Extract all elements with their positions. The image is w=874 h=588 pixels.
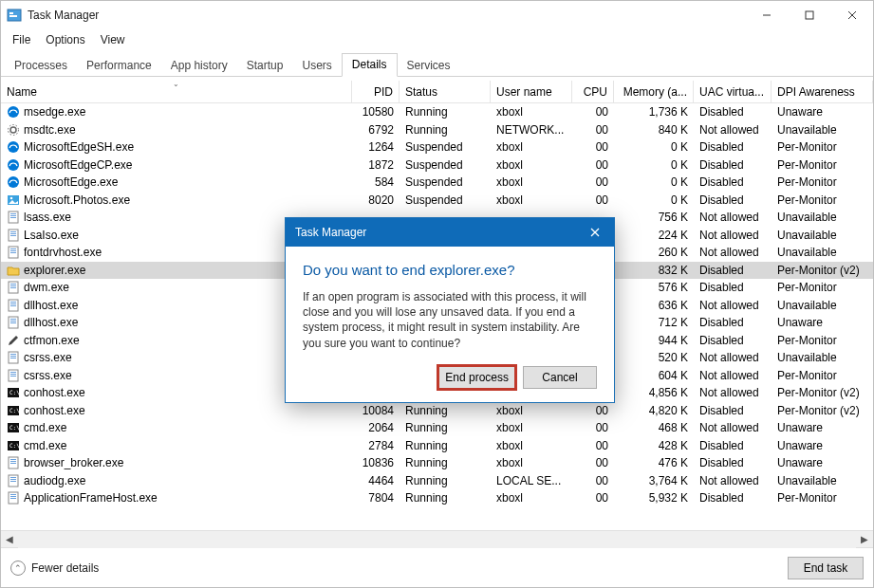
svg-rect-16: [10, 213, 16, 214]
end-task-button[interactable]: End task: [788, 557, 864, 579]
process-row[interactable]: C:\conhost.exe10084Runningxboxl004,820 K…: [1, 402, 873, 420]
svg-rect-22: [10, 235, 16, 236]
process-name: MicrosoftEdgeSH.exe: [24, 140, 134, 154]
col-mem[interactable]: Memory (a...: [614, 81, 694, 102]
col-pid[interactable]: PID: [352, 81, 400, 102]
svg-rect-33: [10, 303, 16, 304]
col-cpu[interactable]: CPU: [572, 81, 614, 102]
cell-mem: 636 K: [614, 299, 694, 312]
window-title: Task Manager: [28, 9, 99, 22]
svg-rect-2: [9, 15, 17, 17]
cell-user: xboxl: [491, 140, 572, 154]
close-button[interactable]: [830, 1, 873, 29]
cell-status: Suspended: [400, 158, 491, 172]
process-row[interactable]: ApplicationFrameHost.exe7804Runningxboxl…: [1, 489, 873, 507]
col-name[interactable]: Name⌄: [1, 81, 352, 102]
col-uac-label: UAC virtua...: [699, 85, 764, 99]
svg-rect-42: [10, 358, 16, 358]
svg-rect-17: [10, 215, 16, 216]
tab-app-history[interactable]: App history: [161, 55, 237, 77]
fewer-details-button[interactable]: ⌃ Fewer details: [10, 560, 99, 576]
cell-uac: Not allowed: [694, 369, 772, 382]
process-icon: [7, 474, 20, 487]
process-icon: [7, 246, 20, 259]
process-row[interactable]: MicrosoftEdgeSH.exe1264Suspendedxboxl000…: [1, 138, 873, 156]
cell-mem: 840 K: [614, 123, 694, 137]
process-row[interactable]: audiodg.exe4464RunningLOCAL SE...003,764…: [1, 472, 873, 490]
minimize-button[interactable]: [745, 1, 788, 29]
scroll-right-arrow-icon[interactable]: ▶: [856, 531, 873, 548]
cell-dpi: Per-Monitor: [772, 491, 873, 505]
process-row[interactable]: msdtc.exe6792RunningNETWORK...00840 KNot…: [1, 121, 873, 139]
col-uac[interactable]: UAC virtua...: [694, 81, 772, 102]
cell-uac: Not allowed: [694, 229, 772, 242]
col-dpi[interactable]: DPI Awareness: [772, 81, 873, 102]
process-row[interactable]: MicrosoftEdgeCP.exe1872Suspendedxboxl000…: [1, 156, 873, 175]
cell-pid: 2064: [352, 421, 400, 434]
cell-cpu: 00: [572, 123, 614, 137]
close-icon: [590, 228, 600, 237]
svg-rect-25: [10, 250, 16, 251]
horizontal-scrollbar[interactable]: ◀ ▶: [1, 530, 873, 547]
process-icon: [7, 264, 20, 277]
process-row[interactable]: MicrosoftEdge.exe584Suspendedxboxl000 KD…: [1, 174, 873, 192]
dialog-close-button[interactable]: [576, 218, 614, 247]
cell-mem: 3,764 K: [614, 474, 694, 487]
menu-file[interactable]: File: [5, 31, 38, 48]
svg-rect-4: [806, 11, 813, 19]
cell-status: Suspended: [400, 193, 491, 207]
svg-rect-38: [10, 322, 16, 323]
menubar: File Options View: [1, 29, 873, 50]
cell-dpi: Unavailable: [772, 299, 873, 312]
process-name: explorer.exe: [24, 264, 85, 277]
tab-services[interactable]: Services: [398, 55, 460, 77]
col-user[interactable]: User name: [491, 81, 572, 102]
titlebar[interactable]: Task Manager: [1, 1, 873, 29]
process-name: dllhost.exe: [24, 299, 78, 312]
tab-users[interactable]: Users: [292, 55, 341, 77]
process-icon: [7, 299, 20, 312]
maximize-button[interactable]: [788, 1, 830, 29]
cell-dpi: Unaware: [772, 439, 873, 452]
end-process-button[interactable]: End process: [438, 366, 515, 389]
menu-view[interactable]: View: [93, 31, 133, 48]
process-name: lsass.exe: [24, 211, 71, 224]
process-row[interactable]: msedge.exe10580Runningxboxl001,736 KDisa…: [1, 103, 873, 121]
scroll-left-arrow-icon[interactable]: ◀: [1, 531, 18, 548]
process-icon: [7, 281, 20, 294]
process-name: ctfmon.exe: [24, 334, 80, 347]
cell-cpu: 00: [572, 404, 614, 417]
cell-mem: 712 K: [614, 316, 694, 329]
svg-rect-56: [10, 459, 16, 460]
cell-status: Running: [400, 474, 491, 487]
cell-cpu: 00: [572, 140, 614, 154]
tab-performance[interactable]: Performance: [77, 55, 161, 77]
cell-status: Running: [400, 491, 491, 505]
process-icon: [7, 140, 20, 154]
scroll-track[interactable]: [18, 531, 856, 548]
tab-startup[interactable]: Startup: [237, 55, 293, 77]
tabbar: ProcessesPerformanceApp historyStartupUs…: [1, 50, 873, 77]
cell-cpu: 00: [572, 421, 614, 434]
svg-rect-58: [10, 463, 16, 464]
cell-uac: Not allowed: [694, 211, 772, 224]
svg-text:C:\: C:\: [9, 424, 20, 431]
process-row[interactable]: C:\cmd.exe2784Runningxboxl00428 KDisable…: [1, 437, 873, 455]
svg-rect-24: [10, 248, 16, 249]
process-icon: [7, 158, 20, 172]
cancel-button[interactable]: Cancel: [523, 366, 597, 389]
process-row[interactable]: C:\cmd.exe2064Runningxboxl00468 KNot all…: [1, 419, 873, 437]
process-icon: [7, 334, 20, 347]
dialog-titlebar[interactable]: Task Manager: [286, 218, 614, 247]
tab-details[interactable]: Details: [342, 53, 398, 77]
process-icon: C:\: [7, 421, 20, 434]
process-row[interactable]: browser_broker.exe10836Runningxboxl00476…: [1, 454, 873, 472]
process-row[interactable]: Microsoft.Photos.exe8020Suspendedxboxl00…: [1, 192, 873, 210]
cell-mem: 0 K: [614, 193, 694, 207]
col-status[interactable]: Status: [400, 81, 491, 102]
col-dpi-label: DPI Awareness: [777, 85, 855, 99]
svg-rect-62: [10, 481, 16, 482]
menu-options[interactable]: Options: [38, 31, 92, 48]
cell-status: Running: [400, 105, 491, 119]
tab-processes[interactable]: Processes: [5, 55, 77, 77]
